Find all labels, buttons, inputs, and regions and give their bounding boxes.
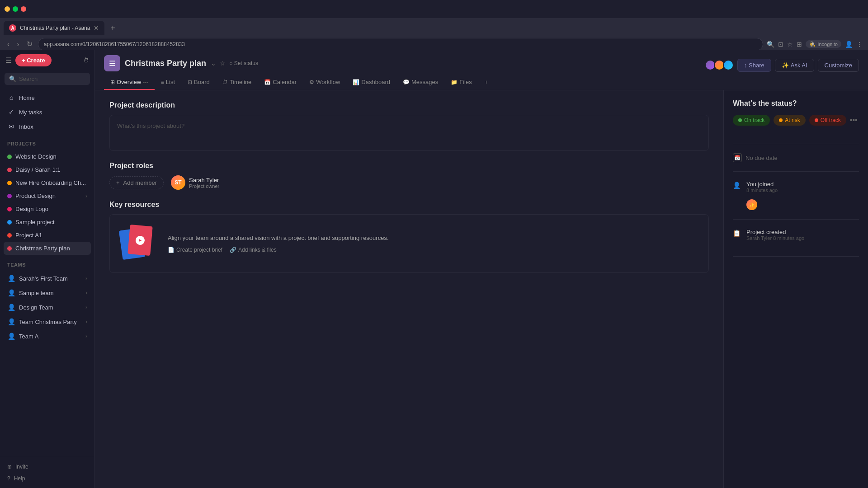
add-links-link[interactable]: 🔗 Add links & files: [230, 247, 277, 253]
team-icon: 👤: [7, 318, 15, 326]
timer-icon[interactable]: ⏱: [83, 57, 89, 64]
sidebar-item-inbox[interactable]: ✉ Inbox: [4, 119, 91, 134]
sidebar-icon[interactable]: ⊞: [797, 41, 802, 48]
add-icon: +: [116, 179, 120, 186]
sidebar-item-project-a1[interactable]: Project A1: [4, 229, 91, 242]
tab-overview[interactable]: ⊞ Overview •••: [104, 75, 155, 90]
chevron-right-icon: ›: [85, 333, 87, 339]
search-icon[interactable]: 🔍: [767, 41, 774, 48]
sidebar-item-design-team[interactable]: 👤 Design Team ›: [4, 300, 91, 314]
project-created-by: Sarah Tyler: [746, 235, 772, 241]
sidebar-item-christmas-party[interactable]: Christmas Party plan: [4, 242, 91, 255]
address-bar[interactable]: app.asana.com/0/1206182861755067/1206182…: [38, 38, 764, 51]
create-button[interactable]: + Create: [15, 54, 52, 66]
sidebar-item-new-hire[interactable]: New Hire Onboarding Ch...: [4, 176, 91, 189]
on-track-button[interactable]: On track: [733, 115, 770, 126]
cast-icon: ⊡: [778, 41, 783, 48]
tab-dashboard[interactable]: 📊 Dashboard: [346, 75, 396, 90]
no-due-date: 📅 No due date: [733, 153, 859, 162]
tab-workflow[interactable]: ⚙ Workflow: [303, 75, 346, 90]
tab-calendar[interactable]: 📅 Calendar: [258, 75, 303, 90]
create-brief-link[interactable]: 📄 Create project brief: [168, 247, 222, 253]
browser-tabs: A Christmas Party plan - Asana ✕ +: [0, 18, 868, 35]
sidebar: ☰ + Create ⏱ 🔍 Search ⌂ Home ✓ My tasks …: [0, 50, 95, 488]
dropdown-icon[interactable]: ⌄: [211, 60, 216, 67]
off-track-button[interactable]: Off track: [809, 115, 846, 126]
hamburger-button[interactable]: ☰: [5, 56, 12, 65]
set-status-button[interactable]: ○ Set status: [229, 60, 258, 66]
add-member-button[interactable]: + Add member: [109, 176, 164, 189]
tab-add-button[interactable]: +: [478, 75, 495, 90]
sidebar-item-product-design[interactable]: Product Design ›: [4, 189, 91, 202]
member-card: ST Sarah Tyler Project owner: [171, 175, 219, 190]
board-tab-icon: ⊡: [188, 79, 192, 85]
sidebar-item-daisy-sarah[interactable]: Daisy / Sarah 1:1: [4, 163, 91, 176]
at-risk-button[interactable]: At risk: [774, 115, 805, 126]
play-icon: ▶: [135, 235, 145, 245]
sidebar-nav: ⌂ Home ✓ My tasks ✉ Inbox: [0, 89, 94, 136]
project-description-title: Project description: [109, 101, 709, 109]
tab-close-button[interactable]: ✕: [94, 24, 99, 32]
tab-list[interactable]: ≡ List: [155, 75, 181, 90]
forward-button[interactable]: ›: [15, 38, 21, 50]
search-input[interactable]: Search: [19, 75, 38, 82]
project-dot: [7, 155, 12, 159]
joined-avatar-container: ✨: [746, 199, 859, 210]
joined-icon: 👤: [733, 182, 742, 191]
bookmark-icon[interactable]: ☆: [787, 41, 793, 48]
tab-board[interactable]: ⊡ Board: [181, 75, 216, 90]
star-icon[interactable]: ☆: [220, 60, 226, 67]
sidebar-item-project-a1-label: Project A1: [15, 232, 42, 239]
sidebar-item-daisy-sarah-label: Daisy / Sarah 1:1: [15, 166, 61, 173]
project-icon: ☰: [104, 55, 120, 71]
share-label: Share: [749, 62, 764, 69]
refresh-button[interactable]: ↻: [25, 38, 34, 50]
new-tab-button[interactable]: +: [106, 22, 119, 34]
sidebar-item-team-a[interactable]: 👤 Team A ›: [4, 329, 91, 343]
menu-icon[interactable]: ⋮: [856, 41, 863, 48]
back-button[interactable]: ‹: [5, 38, 11, 50]
project-title: Christmas Party plan: [125, 59, 206, 68]
tasks-icon: ✓: [7, 108, 15, 116]
sidebar-header: ☰ + Create ⏱: [0, 50, 94, 71]
maximize-button[interactable]: [13, 6, 18, 12]
tab-messages[interactable]: 💬 Messages: [396, 75, 444, 90]
app-container: ☰ + Create ⏱ 🔍 Search ⌂ Home ✓ My tasks …: [0, 50, 868, 488]
browser-chrome: A Christmas Party plan - Asana ✕ + ‹ › ↻…: [0, 0, 868, 50]
sidebar-item-team-christmas-party[interactable]: 👤 Team Christmas Party ›: [4, 314, 91, 329]
sidebar-item-design-logo[interactable]: Design Logo: [4, 202, 91, 216]
main-panel: Project description What's this project …: [95, 90, 723, 488]
project-dot: [7, 168, 12, 172]
tab-timeline[interactable]: ⏱ Timeline: [216, 75, 258, 90]
project-description-input[interactable]: What's this project about?: [109, 115, 709, 151]
share-button[interactable]: ↑ Share: [737, 59, 771, 72]
profile-icon[interactable]: 👤: [845, 41, 853, 48]
ask-ai-button[interactable]: ✨ Ask AI: [775, 59, 814, 72]
status-more-button[interactable]: •••: [850, 116, 858, 124]
sidebar-item-sarahs-first-team[interactable]: 👤 Sarah's First Team ›: [4, 271, 91, 286]
customize-button[interactable]: Customize: [818, 59, 859, 72]
minimize-button[interactable]: [5, 6, 10, 12]
tab-more-icon[interactable]: •••: [143, 80, 148, 85]
sidebar-item-website-design[interactable]: Website Design: [4, 150, 91, 163]
help-label: Help: [14, 475, 25, 482]
tab-messages-label: Messages: [411, 79, 438, 85]
close-button[interactable]: [21, 6, 26, 12]
sidebar-item-home[interactable]: ⌂ Home: [4, 90, 91, 105]
sidebar-invite-button[interactable]: ⊕ Invite: [4, 461, 91, 473]
member-name: Sarah Tyler: [189, 177, 219, 183]
chevron-right-icon: ›: [85, 193, 87, 199]
active-tab[interactable]: A Christmas Party plan - Asana ✕: [4, 21, 104, 35]
sidebar-item-sample-team[interactable]: 👤 Sample team ›: [4, 286, 91, 300]
roles-row: + Add member ST Sarah Tyler Project owne…: [109, 175, 709, 190]
project-created-section: 📋 Project created Sarah Tyler 8 minutes …: [733, 229, 859, 257]
invite-label: Invite: [15, 464, 28, 470]
sidebar-item-my-tasks[interactable]: ✓ My tasks: [4, 105, 91, 119]
tab-files[interactable]: 📁 Files: [444, 75, 478, 90]
tab-title: Christmas Party plan - Asana: [20, 25, 90, 31]
sidebar-bottom: ⊕ Invite ? Help: [0, 457, 94, 488]
sidebar-help-button[interactable]: ? Help: [4, 473, 91, 484]
project-dot: [7, 233, 12, 238]
main-content: ☰ Christmas Party plan ⌄ ☆ ○ Set status: [95, 50, 868, 488]
sidebar-item-sample-project[interactable]: Sample project: [4, 216, 91, 229]
